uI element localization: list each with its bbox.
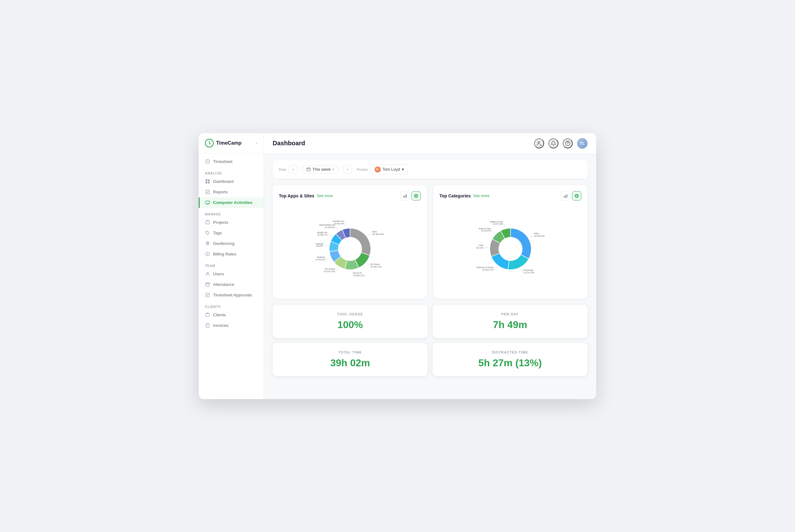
- geofencing-label: Geofencing: [213, 241, 235, 246]
- distracted-time-card: DISTRACTED TIME 5h 27m (13%): [432, 343, 588, 376]
- add-user-icon: [536, 140, 542, 146]
- svg-text:$: $: [207, 253, 208, 256]
- svg-rect-2: [206, 179, 207, 181]
- sidebar-item-projects[interactable]: Projects: [199, 217, 264, 228]
- top-apps-icon-btns: [400, 191, 421, 201]
- person-name: Tom Loyd: [383, 167, 400, 172]
- svg-rect-23: [403, 196, 404, 198]
- svg-text:youtube.com: youtube.com: [333, 220, 344, 223]
- svg-text:14h 46m 30%: 14h 46m 30%: [372, 233, 384, 235]
- svg-text:4h 46m 13%: 4h 46m 13%: [370, 265, 382, 268]
- main-content: Dashboard: [264, 133, 596, 399]
- top-apps-header: Top Apps & Sites See more: [279, 191, 421, 201]
- sidebar-item-tags[interactable]: Tags: [199, 228, 264, 239]
- top-categories-header: Top Categories See more: [440, 191, 581, 201]
- svg-text:3h 07m 9%: 3h 07m 9%: [316, 259, 325, 261]
- distracted-time-label: DISTRACTED TIME: [441, 350, 579, 354]
- svg-text:MS Excel: MS Excel: [353, 271, 362, 274]
- chevron-down-icon: ▾: [333, 168, 334, 171]
- clients-label: Clients: [213, 312, 226, 317]
- date-prev-button[interactable]: ‹: [289, 165, 297, 174]
- top-apps-donut-chart-button[interactable]: [411, 191, 421, 201]
- timesheet-icon: [205, 159, 210, 164]
- help-icon: [565, 140, 571, 146]
- svg-line-31: [367, 264, 369, 266]
- page-title: Dashboard: [273, 140, 305, 147]
- sidebar-item-reports[interactable]: Reports: [199, 187, 264, 197]
- svg-point-79: [499, 237, 522, 261]
- per-day-label: PER DAY: [441, 312, 579, 316]
- computer-activities-label: Computer Activities: [213, 200, 253, 205]
- top-categories-title: Top Categories: [440, 193, 471, 198]
- top-categories-donut-chart-button[interactable]: [572, 191, 581, 201]
- svg-text:3h 47m 10%: 3h 47m 10%: [324, 270, 335, 272]
- tool-usage-value: 100%: [281, 319, 419, 330]
- sidebar-item-computer-activities[interactable]: Computer Activities: [199, 197, 264, 208]
- svg-point-18: [538, 141, 540, 143]
- svg-line-61: [530, 235, 533, 238]
- clients-section-label: CLIENTS: [199, 301, 264, 310]
- svg-text:stackoverflow.com: stackoverflow.com: [319, 224, 335, 226]
- svg-text:Reference & Search: Reference & Search: [476, 266, 494, 268]
- top-apps-see-more[interactable]: See more: [317, 194, 333, 198]
- person-avatar: TL: [374, 166, 381, 173]
- svg-point-9: [206, 232, 207, 232]
- invoices-icon: [205, 323, 210, 328]
- sidebar-item-clients[interactable]: Clients: [199, 310, 264, 320]
- svg-rect-58: [567, 194, 567, 198]
- sidebar-item-billing-rates[interactable]: $ Billing Rates: [199, 249, 264, 260]
- date-picker-button[interactable]: This week ▾: [302, 165, 338, 173]
- sidebar-item-invoices[interactable]: Invoices: [199, 320, 264, 331]
- sidebar-item-timesheet-approvals[interactable]: Timesheet Approvals: [199, 290, 264, 301]
- svg-text:Notepad: Notepad: [316, 242, 323, 245]
- calendar-icon: [307, 167, 311, 171]
- svg-rect-4: [206, 182, 207, 184]
- svg-rect-22: [307, 168, 310, 171]
- dashboard-label: Dashboard: [213, 179, 234, 184]
- top-categories-donut-svg: Office12h 52m 33%Productivity7h 27m 19%R…: [476, 215, 545, 283]
- svg-rect-16: [206, 314, 209, 317]
- notifications-icon: [551, 140, 556, 146]
- svg-rect-3: [208, 179, 210, 181]
- svg-point-59: [575, 194, 578, 197]
- sidebar-item-geofencing[interactable]: Geofencing: [199, 239, 264, 249]
- topbar: Dashboard: [264, 133, 596, 154]
- analyze-section-label: ANALYZE: [199, 167, 264, 176]
- content-area: Date ‹ This week ▾ › People TL Tom Loyd …: [264, 154, 596, 399]
- svg-rect-7: [206, 201, 210, 204]
- svg-point-27: [415, 195, 417, 197]
- people-picker-button[interactable]: TL Tom Loyd ▾: [370, 165, 408, 174]
- top-apps-bar-chart-button[interactable]: [400, 191, 410, 201]
- bar-chart-icon: [403, 194, 407, 198]
- per-day-value: 7h 49m: [441, 319, 579, 330]
- add-user-button[interactable]: [534, 138, 544, 148]
- donut-chart-icon: [414, 194, 418, 198]
- help-button[interactable]: [563, 138, 573, 148]
- logo-area: TimeCamp ‹: [199, 133, 264, 153]
- top-categories-see-more[interactable]: See more: [473, 194, 489, 198]
- tool-usage-label: TOOL USAGE: [281, 312, 419, 316]
- date-value: This week: [312, 167, 331, 172]
- sidebar-item-users[interactable]: Users: [199, 269, 264, 279]
- attendance-label: Attendance: [213, 282, 234, 287]
- sidebar-item-dashboard[interactable]: Dashboard: [199, 176, 264, 187]
- svg-text:12h 52m 33%: 12h 52m 33%: [534, 235, 544, 237]
- dashboard-icon: [205, 179, 210, 184]
- sidebar-item-attendance[interactable]: Attendance: [199, 279, 264, 290]
- svg-text:facebook: facebook: [317, 256, 325, 258]
- clients-icon: [205, 312, 210, 318]
- reports-label: Reports: [213, 190, 228, 194]
- top-categories-icon-btns: [561, 191, 581, 201]
- avatar[interactable]: TL: [577, 138, 588, 149]
- collapse-button[interactable]: ‹: [256, 140, 257, 146]
- svg-line-73: [492, 230, 494, 233]
- top-apps-donut-container: Other14h 46m 30%MS Teams4h 46m 13%MS Exc…: [279, 206, 421, 292]
- notifications-button[interactable]: [549, 138, 558, 148]
- projects-label: Projects: [213, 220, 228, 225]
- date-next-button[interactable]: ›: [343, 165, 352, 174]
- top-categories-bar-chart-button[interactable]: [561, 191, 570, 201]
- computer-activities-icon: [205, 200, 210, 205]
- top-apps-card: Top Apps & Sites See more: [273, 185, 427, 299]
- total-time-card: TOTAL TIME 39h 02m: [273, 343, 428, 376]
- sidebar-item-timesheet[interactable]: Timesheet: [199, 156, 264, 167]
